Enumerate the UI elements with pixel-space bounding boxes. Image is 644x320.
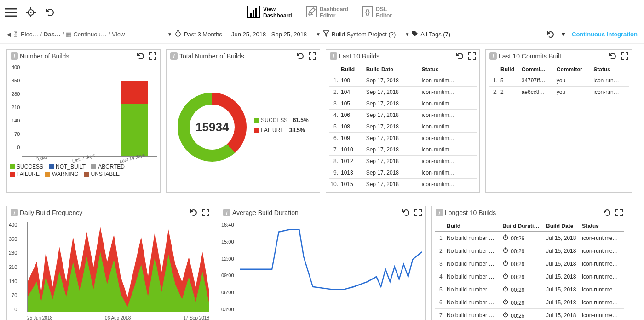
- table-row[interactable]: 2.2ae6cc8…youicon-run…: [489, 87, 629, 98]
- timeframe-picker[interactable]: ▼ Past 3 Months: [167, 30, 222, 39]
- table-row[interactable]: 1.534797ff…youicon-run…: [489, 75, 629, 87]
- table-row[interactable]: 9.1013Sep 17, 2018icon-runtim…: [329, 167, 477, 179]
- table-row[interactable]: 10.1015Sep 17, 2018icon-runtim…: [329, 179, 477, 190]
- chevron-down-icon[interactable]: ▼: [560, 31, 566, 38]
- tab-label2: Editor: [320, 12, 349, 19]
- tags-filter[interactable]: ▼ All Tags (7): [405, 30, 450, 38]
- info-icon[interactable]: i: [330, 52, 337, 60]
- crumb-1[interactable]: Elec…: [21, 31, 38, 38]
- table-row[interactable]: 7.No build number …00:26Jul 15, 2018icon…: [435, 309, 624, 320]
- panel-last-10-builds: i Last 10 Builds Build Build Date Status…: [326, 49, 480, 193]
- col-committer[interactable]: Commiter: [556, 64, 593, 75]
- col-status[interactable]: Status: [421, 64, 477, 75]
- date-range-text: Jun 25, 2018 - Sep 25, 2018: [231, 31, 307, 38]
- crumb-4[interactable]: View: [112, 31, 125, 38]
- refresh-icon[interactable]: [297, 52, 304, 60]
- table-row[interactable]: 2.No build number …00:26Jul 15, 2018icon…: [435, 244, 624, 257]
- tab-label1: View: [263, 6, 292, 12]
- briefcase-icon: 🗄: [13, 31, 19, 38]
- col-build[interactable]: Build: [500, 64, 521, 75]
- col-date[interactable]: Build Date: [365, 64, 421, 75]
- panel-avg-build-duration: i Average Build Duration 16:4015:0012:00…: [219, 206, 426, 320]
- target-icon[interactable]: [26, 7, 36, 17]
- timeframe-label: Past 3 Months: [184, 31, 222, 38]
- donut-center-value: 15934: [190, 105, 235, 150]
- info-icon[interactable]: i: [489, 52, 497, 60]
- expand-icon[interactable]: [621, 52, 628, 60]
- refresh-icon[interactable]: [190, 209, 197, 216]
- table-row[interactable]: 4.106Sep 17, 2018icon-runtim…: [329, 110, 477, 121]
- table-row[interactable]: 5.108Sep 17, 2018icon-runtim…: [329, 121, 477, 133]
- info-icon[interactable]: i: [436, 209, 443, 216]
- table-row[interactable]: 4.No build number …00:26Jul 15, 2018icon…: [435, 270, 624, 283]
- table-row[interactable]: 1.No build number …00:26Jul 15, 2018icon…: [435, 232, 624, 244]
- project-filter[interactable]: ▼ Build System Project (2): [316, 30, 396, 38]
- table-row[interactable]: 1.100Sep 17, 2018icon-runtim…: [329, 75, 477, 87]
- col-duration[interactable]: Build Durati…: [501, 221, 545, 232]
- crumb-2[interactable]: Das…: [44, 31, 61, 38]
- table-row[interactable]: 6.No build number …00:26Jul 15, 2018icon…: [435, 296, 624, 309]
- hamburger-menu-icon[interactable]: [5, 8, 17, 17]
- refresh-icon[interactable]: [137, 52, 144, 60]
- svg-rect-12: [255, 8, 257, 17]
- col-commit[interactable]: Commi…: [521, 64, 556, 75]
- view-mode-tabs: ViewDashboard DashboardEditor {} DSLEdit…: [247, 6, 392, 20]
- tab-label1: DSL: [376, 6, 392, 12]
- last10-table: Build Build Date Status 1.100Sep 17, 201…: [329, 64, 477, 190]
- refresh-cycle-icon[interactable]: [45, 7, 55, 17]
- col-status[interactable]: Status: [581, 221, 624, 232]
- info-icon[interactable]: i: [11, 52, 18, 60]
- expand-icon[interactable]: [149, 52, 156, 60]
- tab-dsl-editor[interactable]: {} DSLEditor: [362, 6, 392, 20]
- tag-icon: [412, 30, 418, 38]
- refresh-icon[interactable]: [456, 52, 464, 60]
- funnel-icon: [323, 30, 329, 38]
- table-row[interactable]: 3.No build number …00:26Jul 15, 2018icon…: [435, 257, 624, 270]
- stopwatch-icon: [502, 234, 509, 240]
- panel-title: Number of Builds: [20, 52, 69, 60]
- table-row[interactable]: 5.No build number …00:26Jul 15, 2018icon…: [435, 283, 624, 296]
- stopwatch-icon: [502, 311, 509, 318]
- table-row[interactable]: 2.104Sep 17, 2018icon-runtim…: [329, 87, 477, 98]
- col-date[interactable]: Build Date: [545, 221, 581, 232]
- chevron-left-icon[interactable]: ◀: [6, 31, 11, 38]
- panel-last-10-commits: i Last 10 Commits Built Build Commi… Com…: [485, 49, 632, 193]
- info-icon[interactable]: i: [170, 52, 178, 60]
- date-range-display: Jun 25, 2018 - Sep 25, 2018: [231, 31, 307, 38]
- legend-item: UNSTABLE: [84, 171, 120, 177]
- expand-icon[interactable]: [202, 209, 209, 216]
- tab-label2: Editor: [376, 12, 392, 19]
- ci-link[interactable]: Continuous Integration: [572, 31, 638, 38]
- chart-y-axis: 400350280210140700: [9, 222, 17, 312]
- grid-icon: ▦: [66, 31, 71, 38]
- col-build[interactable]: Build: [340, 64, 365, 75]
- panel-title: Last 10 Builds: [339, 52, 380, 60]
- stopwatch-icon: [502, 260, 509, 266]
- chart-y-axis: 400350280210140700: [10, 64, 22, 157]
- panel-title: Last 10 Commits Built: [499, 52, 561, 60]
- col-status[interactable]: Status: [592, 64, 629, 75]
- legend-item: WARNING: [45, 171, 79, 177]
- table-row[interactable]: 3.105Sep 17, 2018icon-runtim…: [329, 98, 477, 110]
- table-row[interactable]: 7.1010Sep 17, 2018icon-runtim…: [329, 144, 477, 156]
- expand-icon[interactable]: [615, 209, 623, 216]
- expand-icon[interactable]: [414, 209, 422, 216]
- refresh-icon[interactable]: [609, 52, 616, 60]
- edit-icon: [306, 6, 317, 19]
- table-row[interactable]: 8.1012Sep 17, 2018icon-runtim…: [329, 156, 477, 167]
- tab-dashboard-editor[interactable]: DashboardEditor: [306, 6, 349, 20]
- refresh-icon[interactable]: [402, 209, 410, 216]
- crumb-3[interactable]: Continuou…: [73, 31, 106, 38]
- info-icon[interactable]: i: [11, 209, 18, 216]
- tab-view-dashboard[interactable]: ViewDashboard: [247, 6, 292, 20]
- refresh-icon[interactable]: [546, 30, 555, 39]
- refresh-icon[interactable]: [604, 209, 611, 216]
- table-row[interactable]: 6.109Sep 17, 2018icon-runtim…: [329, 133, 477, 144]
- project-filter-label: Build System Project (2): [332, 31, 396, 38]
- info-icon[interactable]: i: [223, 209, 230, 216]
- stopwatch-icon: [502, 273, 509, 279]
- col-build[interactable]: Build: [446, 221, 501, 232]
- expand-icon[interactable]: [468, 52, 476, 60]
- expand-icon[interactable]: [309, 52, 316, 60]
- chart-y-axis: 16:4015:0012:0009:0006:0003:00: [221, 222, 234, 312]
